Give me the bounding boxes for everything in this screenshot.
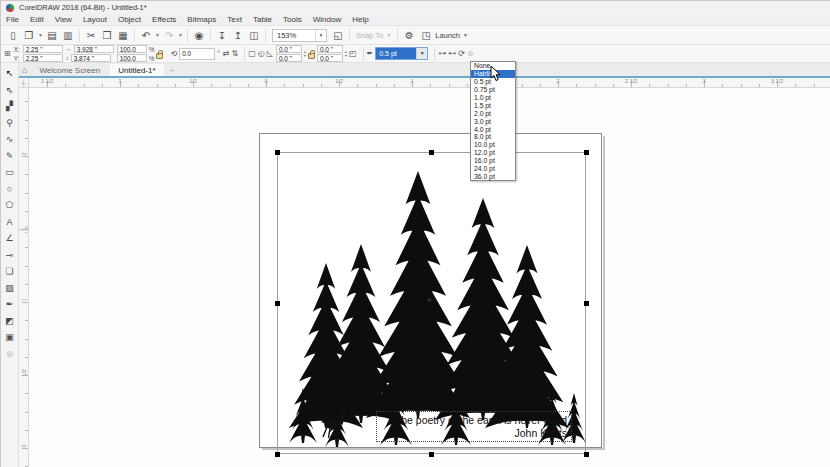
add-tool-button[interactable]: ⊕ <box>2 346 18 363</box>
mirror-vertical-button[interactable]: ⇅ <box>232 49 239 58</box>
outline-width-option-0-75-pt[interactable]: 0.75 pt <box>471 86 515 94</box>
selection-handle[interactable] <box>584 150 589 155</box>
scale-h-field[interactable]: 100.0 <box>117 45 147 53</box>
color-eyedropper-tool[interactable]: ✒ <box>2 296 18 313</box>
corner-radius-bl-field[interactable]: 0.0 " <box>276 54 302 62</box>
outline-width-option-3-0-pt[interactable]: 3.0 pt <box>471 117 515 125</box>
pick-tool[interactable]: ↖ <box>2 65 18 82</box>
search-content-button[interactable]: ◉ <box>191 28 207 43</box>
print-button[interactable]: ▥ <box>60 28 76 43</box>
menu-view[interactable]: View <box>55 15 72 24</box>
connector-tool[interactable]: ⊸ <box>2 247 18 264</box>
shape-tool[interactable]: ⇖ <box>2 82 18 99</box>
menu-layout[interactable]: Layout <box>83 15 107 24</box>
selection-handle[interactable] <box>275 150 280 155</box>
menu-bitmaps[interactable]: Bitmaps <box>187 15 216 24</box>
zoom-dropdown-arrow[interactable]: ▼ <box>315 30 326 41</box>
outline-width-dropdown-arrow[interactable]: ▼ <box>416 48 427 59</box>
artistic-media-tool[interactable]: ✎ <box>2 148 18 165</box>
copy-button[interactable]: ❐ <box>99 28 115 43</box>
edit-corners-button[interactable]: ◰ <box>349 49 357 58</box>
undo-button[interactable]: ↶ <box>138 28 154 43</box>
lock-ratio-icon[interactable] <box>156 53 163 59</box>
outline-width-option-4-0-pt[interactable]: 4.0 pt <box>471 125 515 133</box>
publish-to-pdf-button[interactable]: ◫ <box>246 28 262 43</box>
selection-handle[interactable] <box>275 452 280 457</box>
outline-width-option-12-0-pt[interactable]: 12.0 pt <box>471 149 515 157</box>
ruler-origin-button[interactable]: ┼ <box>19 78 29 88</box>
zoom-level-combo[interactable]: 153%▼ <box>272 29 327 42</box>
object-height-field[interactable]: 3.874 " <box>71 54 111 62</box>
rectangle-tool[interactable]: ▭ <box>2 164 18 181</box>
export-button[interactable]: ↥ <box>230 28 246 43</box>
corner-stepper-2[interactable]: ▴▾ <box>345 50 347 57</box>
x-position-field[interactable]: 2.25 " <box>23 45 63 53</box>
polygon-tool[interactable]: ⬠ <box>2 197 18 214</box>
outline-width-option-2-0-pt[interactable]: 2.0 pt <box>471 109 515 117</box>
corner-stepper-1[interactable]: ▴▾ <box>304 50 306 57</box>
outline-width-option-8-0-pt[interactable]: 8.0 pt <box>471 133 515 141</box>
open-dropdown[interactable]: ▼ <box>37 32 44 38</box>
selection-handle[interactable] <box>275 301 280 306</box>
selection-handle[interactable] <box>584 452 589 457</box>
convert-to-curves-button[interactable]: ⟳ <box>458 49 465 58</box>
corner-chamfered-button[interactable]: ◺ <box>267 49 273 58</box>
undo-dropdown[interactable]: ▼ <box>154 32 161 38</box>
smart-fill-tool[interactable]: ▣ <box>2 329 18 346</box>
horizontal-ruler[interactable]: 1 1/211/201/211 1/222 1/233 1/2 <box>29 78 830 88</box>
corner-radius-tl-field[interactable]: 0.0 " <box>276 45 302 53</box>
home-icon[interactable]: ⌂ <box>22 65 27 75</box>
dimension-tool[interactable]: ∠ <box>2 230 18 247</box>
menu-edit[interactable]: Edit <box>30 15 44 24</box>
corner-round-button[interactable]: ▢ <box>248 49 256 58</box>
wrap-text-button[interactable]: ⊶ <box>438 49 446 58</box>
selection-handle[interactable] <box>429 150 434 155</box>
text-tool[interactable]: A <box>2 214 18 231</box>
interactive-fill-tool[interactable]: ◩ <box>2 313 18 330</box>
scale-v-field[interactable]: 100.0 <box>117 54 147 62</box>
vertical-ruler[interactable]: 21 1/211/20 <box>19 88 29 467</box>
menu-effects[interactable]: Effects <box>152 15 176 24</box>
add-property-button[interactable]: ⊕ <box>467 49 474 58</box>
tab-welcome-screen[interactable]: Welcome Screen <box>31 64 108 77</box>
paste-button[interactable]: ▦ <box>115 28 131 43</box>
freehand-tool[interactable]: ∿ <box>2 131 18 148</box>
drop-shadow-tool[interactable]: ❏ <box>2 263 18 280</box>
new-document-button[interactable]: ▯ <box>5 28 21 43</box>
import-button[interactable]: ↧ <box>214 28 230 43</box>
new-tab-button[interactable]: + <box>170 66 175 75</box>
redo-button[interactable]: ↷ <box>161 28 177 43</box>
menubar-extra-icon-2[interactable]: ▭ <box>331 16 338 24</box>
outline-width-option-1-0-pt[interactable]: 1.0 pt <box>471 94 515 102</box>
options-gear-button[interactable]: ⚙ <box>401 28 417 43</box>
drawing-canvas[interactable]: The poetry of the earth is never dead Jo… <box>29 88 830 467</box>
menu-text[interactable]: Text <box>227 15 242 24</box>
open-button[interactable]: ❒ <box>21 28 37 43</box>
outline-width-option-16-0-pt[interactable]: 16.0 pt <box>471 157 515 165</box>
wrap-text-edit-button[interactable]: ⊷ <box>448 49 456 58</box>
outline-width-option-24-0-pt[interactable]: 24.0 pt <box>471 165 515 173</box>
outline-width-combo[interactable]: 0.5 pt ▼ <box>375 47 428 60</box>
outline-width-option-1-5-pt[interactable]: 1.5 pt <box>471 101 515 109</box>
outline-width-option-10-0-pt[interactable]: 10.0 pt <box>471 141 515 149</box>
save-button[interactable]: ▤ <box>44 28 60 43</box>
corner-radius-tr-field[interactable]: 0.0 " <box>317 45 343 53</box>
full-screen-preview-button[interactable]: ◱ <box>330 28 346 43</box>
tab-untitled-document[interactable]: Untitled-1* <box>110 64 163 77</box>
menu-file[interactable]: File <box>6 15 19 24</box>
menu-tools[interactable]: Tools <box>283 15 302 24</box>
crop-tool[interactable]: ▞ <box>2 98 18 115</box>
rotation-angle-field[interactable]: 0.0 <box>179 48 215 60</box>
menu-table[interactable]: Table <box>253 15 272 24</box>
zoom-tool[interactable]: ⚲ <box>2 115 18 132</box>
corner-radius-br-field[interactable]: 0.0 " <box>317 54 343 62</box>
cut-button[interactable]: ✂ <box>83 28 99 43</box>
transparency-tool[interactable]: ▨ <box>2 280 18 297</box>
mirror-horizontal-button[interactable]: ⇄ <box>223 49 230 58</box>
launch-dropdown[interactable]: ◳Launch▼ <box>420 28 468 43</box>
selection-handle[interactable] <box>584 301 589 306</box>
y-position-field[interactable]: 2.25 " <box>23 54 63 62</box>
selection-handle[interactable] <box>429 452 434 457</box>
menubar-extra-icon-1[interactable]: ⌐ <box>319 17 323 24</box>
menu-object[interactable]: Object <box>118 15 141 24</box>
